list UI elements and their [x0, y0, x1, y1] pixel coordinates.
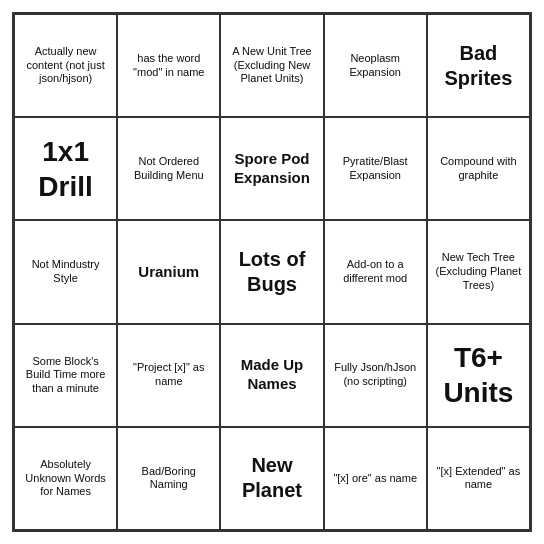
bingo-cell-r3c4: T6+ Units: [427, 324, 530, 427]
bingo-cell-r1c4: Compound with graphite: [427, 117, 530, 220]
bingo-cell-r2c0: Not Mindustry Style: [14, 220, 117, 323]
bingo-cell-r3c1: "Project [x]" as name: [117, 324, 220, 427]
bingo-cell-r0c2: A New Unit Tree (Excluding New Planet Un…: [220, 14, 323, 117]
bingo-cell-r0c3: Neoplasm Expansion: [324, 14, 427, 117]
bingo-cell-r0c1: has the word "mod" in name: [117, 14, 220, 117]
bingo-cell-r1c2: Spore Pod Expansion: [220, 117, 323, 220]
bingo-cell-r0c4: Bad Sprites: [427, 14, 530, 117]
bingo-cell-r2c1: Uranium: [117, 220, 220, 323]
bingo-cell-r2c4: New Tech Tree (Excluding Planet Trees): [427, 220, 530, 323]
bingo-cell-r3c2: Made Up Names: [220, 324, 323, 427]
bingo-cell-r2c3: Add-on to a different mod: [324, 220, 427, 323]
bingo-cell-r2c2: Lots of Bugs: [220, 220, 323, 323]
bingo-cell-r4c3: "[x] ore" as name: [324, 427, 427, 530]
bingo-cell-r3c3: Fully Json/hJson (no scripting): [324, 324, 427, 427]
bingo-board: Actually new content (not just json/hjso…: [12, 12, 532, 532]
bingo-cell-r1c1: Not Ordered Building Menu: [117, 117, 220, 220]
bingo-cell-r0c0: Actually new content (not just json/hjso…: [14, 14, 117, 117]
bingo-cell-r4c1: Bad/Boring Naming: [117, 427, 220, 530]
bingo-cell-r4c2: New Planet: [220, 427, 323, 530]
bingo-cell-r1c3: Pyratite/Blast Expansion: [324, 117, 427, 220]
bingo-cell-r4c0: Absolutely Unknown Words for Names: [14, 427, 117, 530]
bingo-cell-r4c4: "[x] Extended" as name: [427, 427, 530, 530]
bingo-cell-r3c0: Some Block's Build Time more than a minu…: [14, 324, 117, 427]
bingo-cell-r1c0: 1x1 Drill: [14, 117, 117, 220]
